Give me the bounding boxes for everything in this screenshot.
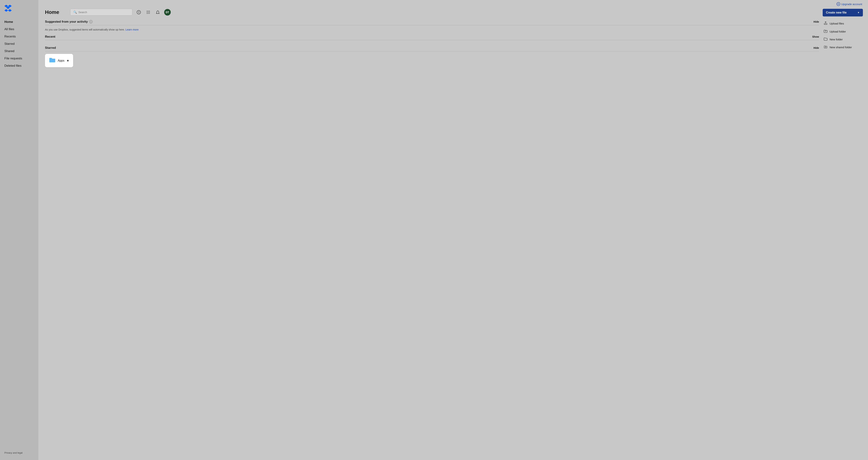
right-panel: Create new file ▼ Upload files bbox=[819, 7, 863, 460]
sidebar-item-home[interactable]: Home bbox=[0, 18, 38, 26]
suggested-section: Suggested from your activity i Hide As y… bbox=[45, 20, 819, 32]
sidebar-item-shared[interactable]: Shared bbox=[0, 47, 38, 55]
topbar: + Upgrade account bbox=[38, 0, 868, 7]
suggested-body-text: As you use Dropbox, suggested items will… bbox=[45, 28, 819, 32]
starred-section-title: Starred bbox=[45, 46, 56, 50]
svg-point-11 bbox=[148, 12, 149, 12]
svg-point-12 bbox=[149, 12, 150, 12]
upload-files-label: Upload files bbox=[830, 22, 844, 25]
search-bar[interactable]: 🔍 bbox=[70, 9, 132, 15]
create-new-file-button[interactable]: Create new file ▼ bbox=[823, 9, 863, 17]
upload-folder-button[interactable]: Upload folder bbox=[823, 28, 863, 35]
search-icon: 🔍 bbox=[73, 10, 77, 14]
upgrade-account-label: Upgrade account bbox=[841, 3, 862, 6]
svg-point-9 bbox=[149, 10, 150, 11]
recent-section-title: Recent bbox=[45, 35, 55, 39]
apps-grid-icon[interactable] bbox=[145, 9, 151, 15]
new-shared-folder-icon bbox=[824, 45, 828, 50]
sidebar: Home All files Recents Starred Shared Fi… bbox=[0, 0, 38, 460]
avatar[interactable]: DT bbox=[164, 9, 171, 15]
svg-marker-3 bbox=[4, 9, 8, 12]
svg-text:?: ? bbox=[138, 11, 140, 14]
upload-folder-label: Upload folder bbox=[830, 30, 846, 33]
learn-more-link[interactable]: Learn more bbox=[125, 28, 138, 31]
svg-point-15 bbox=[149, 13, 150, 14]
search-input[interactable] bbox=[79, 10, 129, 14]
new-folder-icon bbox=[824, 37, 828, 41]
notifications-icon[interactable] bbox=[155, 9, 161, 15]
help-icon[interactable]: ? bbox=[136, 9, 142, 15]
upgrade-account-link[interactable]: + Upgrade account bbox=[837, 2, 862, 6]
create-btn-chevron-icon: ▼ bbox=[858, 11, 860, 14]
page-main: Home 🔍 ? bbox=[45, 7, 819, 460]
upload-files-icon bbox=[824, 21, 828, 26]
new-folder-label: New folder bbox=[830, 38, 843, 41]
recent-section: Recent Show bbox=[45, 35, 819, 43]
content-area: Home 🔍 ? bbox=[38, 7, 868, 460]
starred-items-list: Apps ★ bbox=[45, 54, 819, 67]
starred-hide-button[interactable]: Hide bbox=[813, 46, 819, 50]
svg-point-8 bbox=[148, 10, 149, 11]
recent-section-header: Recent Show bbox=[45, 35, 819, 40]
star-icon: ★ bbox=[66, 59, 69, 62]
sidebar-item-starred[interactable]: Starred bbox=[0, 40, 38, 47]
svg-rect-17 bbox=[824, 24, 827, 25]
suggested-section-title: Suggested from your activity i bbox=[45, 20, 93, 24]
starred-folder-apps[interactable]: Apps ★ bbox=[45, 54, 73, 67]
upload-folder-icon bbox=[824, 29, 828, 34]
upgrade-circle-icon: + bbox=[837, 2, 840, 6]
sidebar-item-deleted-files[interactable]: Deleted files bbox=[0, 62, 38, 69]
recent-show-button[interactable]: Show bbox=[812, 35, 819, 38]
starred-section: Starred Hide Apps ★ bbox=[45, 46, 819, 67]
suggested-hide-button[interactable]: Hide bbox=[813, 20, 819, 23]
folder-name: Apps bbox=[58, 59, 64, 62]
sidebar-item-recents[interactable]: Recents bbox=[0, 33, 38, 40]
sidebar-item-file-requests[interactable]: File requests bbox=[0, 55, 38, 62]
svg-point-14 bbox=[148, 13, 149, 14]
suggested-section-header: Suggested from your activity i Hide bbox=[45, 20, 819, 25]
svg-point-10 bbox=[147, 12, 147, 12]
starred-section-header: Starred Hide bbox=[45, 46, 819, 52]
upload-files-button[interactable]: Upload files bbox=[823, 20, 863, 28]
main-content: + Upgrade account Home 🔍 ? bbox=[38, 0, 868, 460]
svg-point-13 bbox=[147, 13, 147, 14]
new-folder-button[interactable]: New folder bbox=[823, 35, 863, 43]
sidebar-nav: Home All files Recents Starred Shared Fi… bbox=[0, 18, 38, 449]
suggested-info-icon[interactable]: i bbox=[89, 20, 93, 23]
svg-point-7 bbox=[147, 10, 147, 11]
svg-marker-4 bbox=[8, 9, 12, 12]
new-shared-folder-button[interactable]: New shared folder bbox=[823, 43, 863, 51]
header-icons: ? bbox=[136, 9, 171, 15]
new-shared-folder-label: New shared folder bbox=[830, 46, 852, 49]
page-title: Home bbox=[45, 9, 59, 15]
page-header: Home 🔍 ? bbox=[45, 9, 819, 15]
dropbox-logo[interactable] bbox=[0, 4, 38, 18]
folder-icon bbox=[49, 57, 56, 64]
sidebar-item-all-files[interactable]: All files bbox=[0, 26, 38, 33]
privacy-legal-link[interactable]: Privacy and legal bbox=[0, 449, 38, 457]
